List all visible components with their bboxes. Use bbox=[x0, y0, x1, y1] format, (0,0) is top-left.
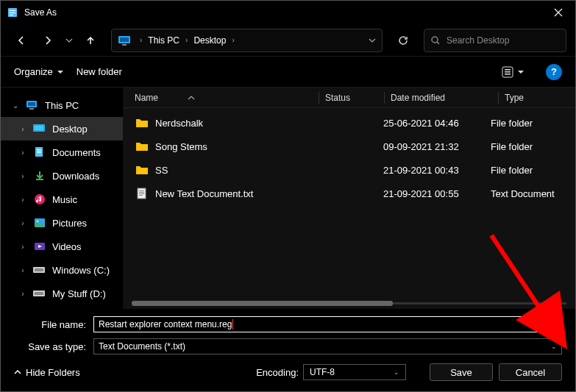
list-view-icon bbox=[502, 66, 515, 78]
encoding-label: Encoding: bbox=[256, 367, 299, 378]
new-folder-button[interactable]: New folder bbox=[77, 66, 122, 77]
file-row[interactable]: Nerdschalk 25-06-2021 04:46 File folder bbox=[123, 111, 575, 135]
refresh-icon bbox=[397, 35, 409, 46]
filename-input[interactable]: Restart explorer context menu.reg ⌄ bbox=[93, 316, 562, 332]
up-button[interactable] bbox=[79, 29, 102, 52]
arrow-right-icon bbox=[42, 35, 54, 46]
svg-rect-11 bbox=[505, 74, 511, 75]
titlebar: Save As bbox=[1, 1, 575, 24]
save-type-select[interactable]: Text Documents (*.txt) ⌄ bbox=[93, 338, 562, 354]
tree-music[interactable]: › Music bbox=[1, 188, 123, 211]
svg-rect-20 bbox=[37, 152, 41, 153]
file-row[interactable]: Song Stems 09-09-2021 21:32 File folder bbox=[123, 135, 575, 158]
chevron-right-icon: › bbox=[18, 266, 27, 274]
recent-locations-button[interactable] bbox=[63, 29, 76, 52]
svg-rect-21 bbox=[36, 179, 43, 180]
refresh-button[interactable] bbox=[391, 29, 415, 52]
tree-drive-c[interactable]: › Windows (C:) bbox=[1, 258, 123, 282]
chevron-right-icon: › bbox=[18, 196, 27, 204]
save-as-dialog: Save As › This PC › Desktop › bbox=[0, 0, 576, 392]
help-button[interactable]: ? bbox=[546, 64, 562, 80]
encoding-select[interactable]: UTF-8 ⌄ bbox=[303, 364, 406, 380]
navigation-bar: › This PC › Desktop › Search Desktop bbox=[1, 24, 575, 57]
filename-label: File name: bbox=[14, 319, 93, 330]
text-file-icon bbox=[135, 188, 149, 199]
file-row[interactable]: New Text Document.txt 21-09-2021 00:55 T… bbox=[123, 182, 575, 205]
svg-rect-18 bbox=[37, 149, 41, 150]
chevron-down-icon[interactable] bbox=[369, 37, 376, 44]
svg-rect-10 bbox=[505, 71, 511, 73]
tree-this-pc[interactable]: ⌄ This PC bbox=[1, 93, 123, 117]
view-button[interactable] bbox=[502, 66, 524, 78]
main-area: ⌄ This PC › Desktop › Documents › Downlo… bbox=[1, 88, 575, 309]
tree-downloads[interactable]: › Downloads bbox=[1, 164, 123, 188]
scrollbar-thumb[interactable] bbox=[132, 301, 393, 306]
back-button[interactable] bbox=[10, 29, 33, 52]
file-pane: Name Status Date modified Type Nerdschal… bbox=[123, 88, 575, 309]
arrow-left-icon bbox=[15, 35, 27, 46]
sort-up-icon bbox=[188, 95, 195, 101]
svg-rect-5 bbox=[120, 38, 129, 42]
chevron-down-icon[interactable]: ⌄ bbox=[551, 321, 557, 328]
chevron-down-icon: ⌄ bbox=[394, 368, 399, 376]
svg-rect-32 bbox=[139, 192, 144, 193]
breadcrumb-desktop[interactable]: Desktop bbox=[191, 35, 229, 46]
svg-rect-31 bbox=[139, 190, 144, 191]
tree-pictures[interactable]: › Pictures bbox=[1, 211, 123, 235]
chevron-right-icon: › bbox=[18, 125, 27, 133]
svg-rect-9 bbox=[505, 69, 511, 71]
drive-icon bbox=[33, 288, 46, 299]
toolbar: Organize New folder ? bbox=[1, 57, 575, 88]
cancel-button[interactable]: Cancel bbox=[499, 363, 562, 381]
svg-rect-27 bbox=[35, 268, 43, 271]
folder-icon bbox=[135, 117, 149, 129]
svg-rect-33 bbox=[139, 193, 144, 194]
svg-rect-13 bbox=[28, 102, 35, 106]
bottom-panel: File name: Restart explorer context menu… bbox=[1, 309, 575, 391]
svg-rect-17 bbox=[35, 147, 43, 157]
chevron-down-icon: ⌄ bbox=[551, 343, 557, 350]
documents-icon bbox=[33, 146, 46, 158]
caret-down-icon bbox=[57, 69, 63, 75]
svg-rect-29 bbox=[35, 292, 43, 295]
tree-videos[interactable]: › Videos bbox=[1, 235, 123, 258]
file-list[interactable]: Nerdschalk 25-06-2021 04:46 File folder … bbox=[123, 108, 575, 309]
search-input[interactable]: Search Desktop bbox=[424, 29, 566, 52]
svg-rect-14 bbox=[29, 108, 34, 110]
hide-folders-button[interactable]: Hide Folders bbox=[14, 367, 80, 378]
organize-button[interactable]: Organize bbox=[14, 66, 63, 77]
save-type-label: Save as type: bbox=[14, 341, 93, 352]
monitor-icon bbox=[26, 99, 39, 111]
chevron-right-icon: › bbox=[182, 36, 191, 44]
monitor-icon bbox=[118, 35, 132, 46]
file-row[interactable]: SS 21-09-2021 00:43 File folder bbox=[123, 158, 575, 182]
svg-rect-1 bbox=[10, 10, 15, 11]
navigation-pane: ⌄ This PC › Desktop › Documents › Downlo… bbox=[1, 88, 123, 309]
chevron-right-icon: › bbox=[229, 36, 237, 44]
tree-desktop[interactable]: › Desktop bbox=[1, 117, 123, 140]
svg-rect-6 bbox=[122, 44, 127, 46]
search-placeholder: Search Desktop bbox=[447, 35, 509, 46]
text-cursor bbox=[232, 319, 233, 329]
music-icon bbox=[33, 193, 46, 205]
app-icon bbox=[7, 7, 18, 18]
chevron-down-icon: ⌄ bbox=[11, 101, 20, 110]
column-date[interactable]: Date modified bbox=[391, 93, 498, 103]
close-button[interactable] bbox=[541, 1, 575, 24]
svg-rect-16 bbox=[35, 126, 43, 130]
folder-icon bbox=[135, 164, 149, 176]
desktop-icon bbox=[33, 123, 46, 135]
save-button[interactable]: Save bbox=[430, 363, 493, 381]
tree-drive-d[interactable]: › My Stuff (D:) bbox=[1, 282, 123, 305]
column-status[interactable]: Status bbox=[325, 93, 384, 103]
folder-icon bbox=[135, 140, 149, 152]
horizontal-scrollbar[interactable] bbox=[132, 302, 566, 304]
forward-button[interactable] bbox=[36, 29, 60, 52]
svg-rect-3 bbox=[10, 15, 13, 15]
breadcrumb-this-pc[interactable]: This PC bbox=[145, 35, 182, 46]
address-bar[interactable]: › This PC › Desktop › bbox=[111, 29, 383, 52]
svg-rect-34 bbox=[139, 195, 143, 196]
column-type[interactable]: Type bbox=[505, 93, 575, 103]
column-name[interactable]: Name bbox=[135, 93, 319, 103]
tree-documents[interactable]: › Documents bbox=[1, 140, 123, 164]
